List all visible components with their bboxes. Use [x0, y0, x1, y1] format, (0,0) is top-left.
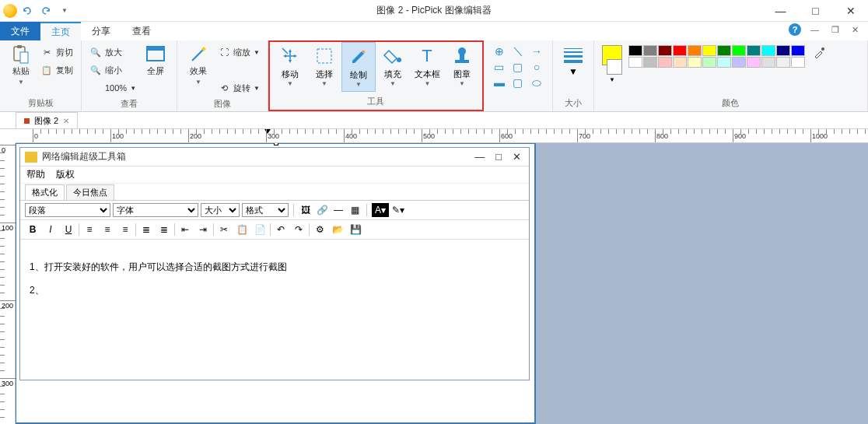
fullscreen-button[interactable]: 全屏: [139, 42, 172, 80]
rotate-button[interactable]: ⟲旋转 ▼: [215, 79, 263, 96]
color-swatch[interactable]: [643, 45, 657, 56]
tb-hr-icon[interactable]: —: [331, 203, 345, 217]
color-swatch[interactable]: [776, 57, 790, 68]
tb-indent[interactable]: ⇥: [195, 223, 211, 237]
paste-button[interactable]: 粘贴 ▼: [5, 42, 37, 89]
color-swatch[interactable]: [628, 57, 642, 68]
copy-button[interactable]: 📋复制: [37, 61, 76, 79]
resize-button[interactable]: ⛶缩放 ▼: [215, 44, 263, 61]
zoomout-button[interactable]: 🔍缩小: [86, 61, 139, 79]
shape-rect[interactable]: ▭: [490, 59, 509, 75]
shape-ellipse[interactable]: ○: [527, 59, 546, 75]
font-select[interactable]: 字体: [113, 203, 198, 217]
color-swatch[interactable]: [717, 45, 731, 56]
color-swatch[interactable]: [658, 45, 672, 56]
mdi-close-button[interactable]: ✕: [849, 25, 862, 35]
tb-list-ol[interactable]: ≣: [138, 223, 154, 237]
qat-undo-button[interactable]: [19, 2, 36, 19]
window-maximize-button[interactable]: □: [798, 0, 833, 22]
tb-redo[interactable]: ↷: [291, 223, 306, 237]
embed-tab-today[interactable]: 今日焦点: [66, 184, 114, 200]
color-swatch[interactable]: [732, 45, 746, 56]
resize-handle-top[interactable]: [274, 143, 278, 145]
embedded-maximize-button[interactable]: □: [495, 151, 502, 163]
tb-outdent[interactable]: ⇤: [177, 223, 193, 237]
tool-text[interactable]: T 文本框▼: [410, 42, 445, 90]
tb-list-ul[interactable]: ≣: [156, 223, 172, 237]
help-icon[interactable]: ?: [789, 23, 801, 36]
tool-fill[interactable]: 填充▼: [376, 42, 410, 90]
color-palette[interactable]: [628, 45, 805, 68]
app-orb-icon[interactable]: [3, 4, 17, 18]
mdi-restore-button[interactable]: ❐: [828, 25, 842, 35]
tab-view[interactable]: 查看: [121, 22, 162, 40]
tb-italic[interactable]: I: [43, 223, 58, 237]
close-tab-button[interactable]: ✕: [63, 117, 69, 125]
shape-line[interactable]: ＼: [509, 44, 527, 59]
tb-bold[interactable]: B: [25, 223, 40, 237]
shape-circle-plus[interactable]: ⊕: [490, 44, 509, 59]
color-swatch[interactable]: [791, 57, 805, 68]
color-swatch[interactable]: [673, 57, 687, 68]
color-swatch[interactable]: [761, 45, 775, 56]
tb-align-left[interactable]: ≡: [82, 223, 97, 237]
mdi-minimize-button[interactable]: —: [807, 25, 822, 34]
tab-home[interactable]: 主页: [40, 22, 81, 40]
eyedropper-button[interactable]: [811, 45, 827, 61]
tool-select[interactable]: 选择▼: [307, 42, 341, 90]
line-size-button[interactable]: ▼: [558, 42, 589, 80]
tb-source[interactable]: ⚙: [312, 223, 327, 237]
color-swatch[interactable]: [732, 57, 746, 68]
canvas-area[interactable]: 网络编辑超级工具箱 — □ ✕ 帮助 版权 格式化 今日焦点 段落: [16, 143, 868, 424]
tab-share[interactable]: 分享: [81, 22, 121, 40]
color-swatch[interactable]: [688, 57, 702, 68]
color-secondary[interactable]: [607, 59, 622, 75]
color-swatch[interactable]: [717, 57, 731, 68]
tb-copy[interactable]: 📋: [234, 223, 250, 237]
tb-textcolor-button[interactable]: A▾: [372, 203, 389, 217]
color-swatch[interactable]: [628, 45, 642, 56]
cut-button[interactable]: ✂剪切: [37, 44, 76, 61]
tb-cut[interactable]: ✂: [216, 223, 232, 237]
tool-draw[interactable]: 绘制▼: [341, 42, 376, 92]
color-swatch[interactable]: [658, 57, 672, 68]
shape-roundrect[interactable]: ▢: [509, 59, 527, 75]
color-swatch[interactable]: [761, 57, 775, 68]
color-swatch[interactable]: [702, 57, 716, 68]
color-swatch[interactable]: [688, 45, 702, 56]
tab-file[interactable]: 文件: [0, 22, 40, 40]
menu-copyright[interactable]: 版权: [56, 168, 75, 181]
window-minimize-button[interactable]: —: [763, 0, 798, 22]
tb-underline[interactable]: U: [61, 223, 76, 237]
shape-rect-fill[interactable]: ▬: [490, 75, 509, 90]
zoomin-button[interactable]: 🔍放大: [86, 44, 139, 61]
shape-ellipse-fill[interactable]: ⬭: [527, 75, 546, 90]
format-select[interactable]: 格式: [242, 203, 289, 217]
tool-stamp[interactable]: 图章▼: [445, 42, 479, 90]
embedded-close-button[interactable]: ✕: [513, 151, 521, 163]
effects-button[interactable]: 效果 ▼: [182, 42, 215, 89]
tb-align-center[interactable]: ≡: [100, 223, 115, 237]
window-close-button[interactable]: ✕: [833, 0, 868, 22]
color-swatch[interactable]: [673, 45, 687, 56]
document-tab[interactable]: 图像 2 ✕: [16, 112, 78, 128]
shape-arrow[interactable]: →: [527, 44, 546, 59]
tool-move[interactable]: 移动▼: [273, 42, 307, 90]
zoom100-button[interactable]: 100% ▼: [86, 79, 139, 96]
menu-help[interactable]: 帮助: [26, 168, 45, 181]
color-swatch[interactable]: [776, 45, 790, 56]
color-swatch[interactable]: [702, 45, 716, 56]
qat-redo-button[interactable]: [37, 2, 54, 19]
shape-roundrect-fill[interactable]: ▢: [509, 75, 527, 90]
color-swatch[interactable]: [747, 57, 761, 68]
tb-align-right[interactable]: ≡: [117, 223, 133, 237]
tb-table-icon[interactable]: ▦: [348, 203, 362, 217]
fontsize-select[interactable]: 大小: [201, 203, 240, 217]
tb-link-icon[interactable]: 🔗: [315, 203, 329, 217]
paragraph-select[interactable]: 段落: [25, 203, 110, 217]
tb-open[interactable]: 📂: [330, 223, 345, 237]
tb-bgcolor-button[interactable]: ✎▾: [391, 203, 405, 217]
tb-image-icon[interactable]: 🖼: [299, 203, 313, 217]
tb-paste[interactable]: 📄: [252, 223, 268, 237]
color-swatch[interactable]: [747, 45, 761, 56]
